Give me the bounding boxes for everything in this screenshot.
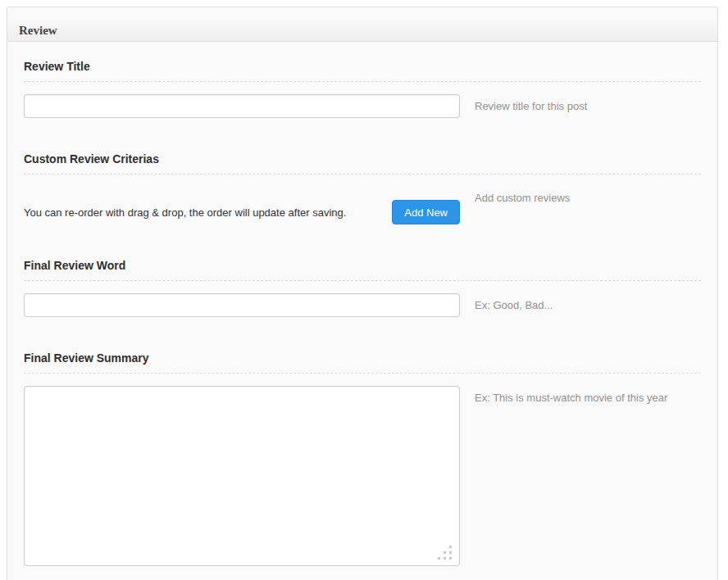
final-review-summary-textarea[interactable]: [24, 386, 460, 566]
final-review-summary-help: Ex: This is must-watch movie of this yea…: [475, 386, 667, 404]
metabox-title: Review: [19, 24, 57, 37]
final-review-word-input[interactable]: [24, 293, 460, 317]
final-review-word-heading: Final Review Word: [24, 260, 701, 281]
review-metabox: Review Review Title Review title for thi…: [7, 7, 718, 580]
review-title-input[interactable]: [24, 94, 460, 118]
resize-grip-icon[interactable]: [449, 546, 452, 548]
final-review-summary-field-col: [24, 386, 460, 566]
metabox-header[interactable]: Review: [7, 20, 717, 42]
add-new-button[interactable]: Add New: [392, 200, 460, 224]
review-title-help: Review title for this post: [475, 94, 587, 112]
reorder-note: You can re-order with drag & drop, the o…: [24, 206, 346, 219]
custom-criterias-field-col: You can re-order with drag & drop, the o…: [24, 186, 460, 224]
metabox-body: Review Title Review title for this post …: [7, 61, 717, 580]
final-review-summary-row: Ex: This is must-watch movie of this yea…: [24, 386, 701, 566]
final-review-word-help: Ex: Good, Bad...: [475, 293, 553, 311]
final-review-word-row: Ex: Good, Bad...: [24, 293, 701, 317]
final-review-summary-heading: Final Review Summary: [24, 352, 701, 374]
review-title-field-col: [24, 94, 460, 118]
review-title-row: Review title for this post: [24, 94, 701, 118]
custom-criterias-heading: Custom Review Criterias: [24, 153, 701, 174]
final-review-word-field-col: [24, 293, 460, 317]
custom-criterias-row: You can re-order with drag & drop, the o…: [24, 186, 701, 224]
custom-criterias-help: Add custom reviews: [475, 186, 570, 204]
review-title-heading: Review Title: [24, 61, 701, 82]
